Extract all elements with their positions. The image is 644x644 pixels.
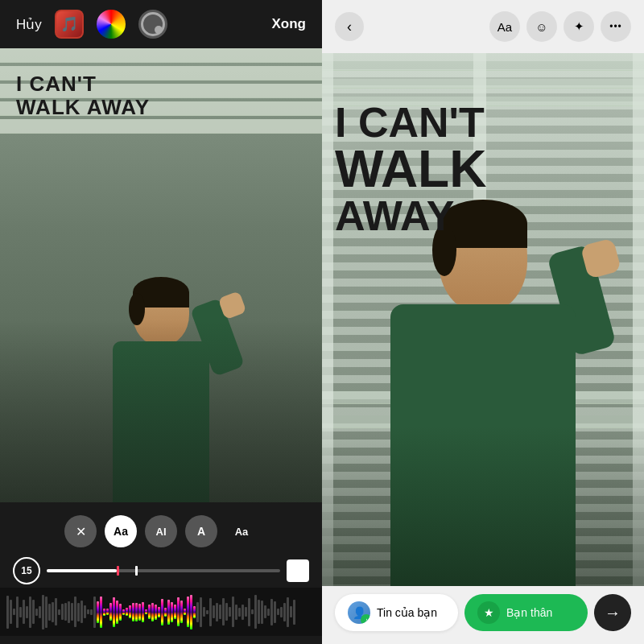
left-photo-area: I CAN'T WALK AWAY: [0, 48, 322, 502]
timeline-marker-pink: [117, 566, 119, 576]
waveform-bar-80: [264, 605, 266, 618]
right-overlay-line1: I CAN'T: [335, 101, 486, 143]
waveform-bar-55: [184, 609, 186, 615]
ban-than-button[interactable]: ★ Bạn thân: [464, 594, 588, 631]
a-button[interactable]: A: [185, 515, 217, 547]
waveform-bar-6: [26, 606, 28, 618]
waveform-bar-44: [148, 605, 151, 619]
left-bottom-controls: ✕ Aa AI A Aa 15: [0, 502, 322, 644]
done-button[interactable]: Xong: [272, 16, 307, 32]
waveform-bar-74: [245, 607, 247, 617]
left-header-left: Hủy 🎵: [16, 10, 167, 39]
stop-button[interactable]: [287, 559, 309, 582]
left-panel: Hủy 🎵 Xong: [0, 0, 322, 644]
sticker-icon-box[interactable]: 🎵: [55, 10, 84, 39]
next-arrow-button[interactable]: →: [594, 594, 631, 631]
waveform-bar-38: [129, 605, 131, 618]
waveform-bar-17: [61, 604, 64, 620]
waveform-bar-14: [52, 602, 54, 622]
left-header: Hủy 🎵 Xong: [0, 0, 322, 48]
aa-tool-button[interactable]: Aa: [489, 11, 520, 42]
waveform-bar-86: [283, 603, 286, 621]
right-person-fist: [580, 237, 621, 279]
waveform-bar-64: [213, 605, 215, 618]
waveform-bar-62: [206, 610, 208, 614]
waveform-bar-89: [293, 600, 295, 625]
waveform-bar-78: [258, 600, 260, 624]
waveform-bar-34: [116, 601, 118, 624]
waveform-bar-48: [161, 599, 163, 625]
tin-cua-ban-button[interactable]: 👤 ♪ Tin của bạn: [335, 594, 458, 631]
waveform-bar-81: [267, 609, 270, 616]
emoji-tool-button[interactable]: ☺: [526, 11, 557, 42]
more-tool-button[interactable]: •••: [601, 11, 631, 42]
waveform-bar-1: [10, 600, 12, 624]
aa-small-button[interactable]: Aa: [225, 515, 258, 547]
waveform-bar-9: [35, 609, 38, 616]
color-palette-icon[interactable]: [97, 10, 126, 39]
star-icon: ★: [477, 601, 500, 624]
timeline-progress: [47, 569, 117, 572]
waveform-bar-8: [32, 600, 35, 624]
waveform-bar-43: [145, 609, 147, 614]
waveform-bar-24: [84, 605, 86, 618]
waveform-bar-23: [80, 601, 83, 623]
waveform-bar-4: [19, 607, 22, 617]
waveform-bar-40: [135, 603, 138, 621]
waveform-bar-26: [90, 609, 93, 615]
timeline-track[interactable]: [47, 569, 280, 572]
waveform-bar-7: [29, 597, 31, 628]
waveform-bar-53: [177, 597, 180, 626]
cancel-button[interactable]: Hủy: [16, 16, 42, 33]
a-label: A: [197, 525, 205, 538]
waveform-bar-39: [132, 603, 134, 621]
waveform-bar-21: [74, 597, 76, 627]
right-header: ‹ Aa ☺ ✦ •••: [322, 0, 644, 53]
right-bottom-nav: 👤 ♪ Tin của bạn ★ Bạn thân →: [322, 586, 644, 644]
waveform-bar-3: [16, 597, 19, 628]
waveform-bar-10: [39, 606, 41, 618]
right-tools: Aa ☺ ✦ •••: [489, 11, 631, 42]
ai-button[interactable]: AI: [145, 515, 177, 547]
waveform-bar-12: [45, 597, 47, 628]
waveform-bar-60: [200, 597, 202, 627]
waveform-bar-35: [119, 604, 122, 621]
waveform-bar-32: [109, 603, 112, 621]
ban-than-label: Bạn thân: [506, 606, 552, 619]
waveform-bar-56: [187, 597, 189, 627]
waveform-bar-65: [216, 603, 218, 621]
waveform-bar-13: [48, 604, 51, 621]
waveform-bar-82: [270, 599, 273, 625]
back-button[interactable]: ‹: [335, 12, 364, 41]
waveform-bar-52: [174, 605, 176, 619]
waveform-bar-11: [42, 595, 44, 630]
right-text-overlay: I CAN'T WALK AWAY: [335, 101, 486, 237]
waveform-bar-30: [103, 609, 105, 616]
sticker-icon: 🎵: [56, 11, 82, 37]
waveform-bar-68: [225, 603, 228, 621]
waveform-area[interactable]: [0, 588, 322, 636]
emoji-icon: ☺: [535, 20, 547, 34]
waveform-bar-5: [23, 600, 25, 624]
waveform-bar-19: [68, 601, 70, 623]
sparkle-tool-button[interactable]: ✦: [564, 11, 594, 42]
arrow-icon: →: [605, 604, 621, 622]
waveform-bar-2: [13, 609, 15, 615]
waveform-bar-36: [122, 609, 125, 615]
waveform-bar-28: [97, 601, 99, 623]
waveform-bar-57: [190, 595, 192, 630]
right-photo-background: I CAN'T WALK AWAY: [322, 53, 644, 586]
close-tool-button[interactable]: ✕: [64, 515, 97, 547]
aa-white-button[interactable]: Aa: [105, 515, 137, 547]
waveform-bar-61: [203, 607, 205, 617]
waveform-bar-50: [167, 600, 170, 625]
time-value: 15: [21, 565, 31, 576]
waveform-bar-63: [209, 598, 212, 626]
timeline-marker-white: [135, 566, 138, 576]
waveform-bar-84: [277, 609, 279, 615]
music-badge-icon: ♪: [361, 614, 370, 624]
waveform-bar-18: [64, 603, 67, 621]
filter-icon[interactable]: [138, 10, 167, 39]
waveform-bar-47: [158, 607, 160, 617]
overlay-line2: WALK AWAY: [16, 96, 150, 119]
